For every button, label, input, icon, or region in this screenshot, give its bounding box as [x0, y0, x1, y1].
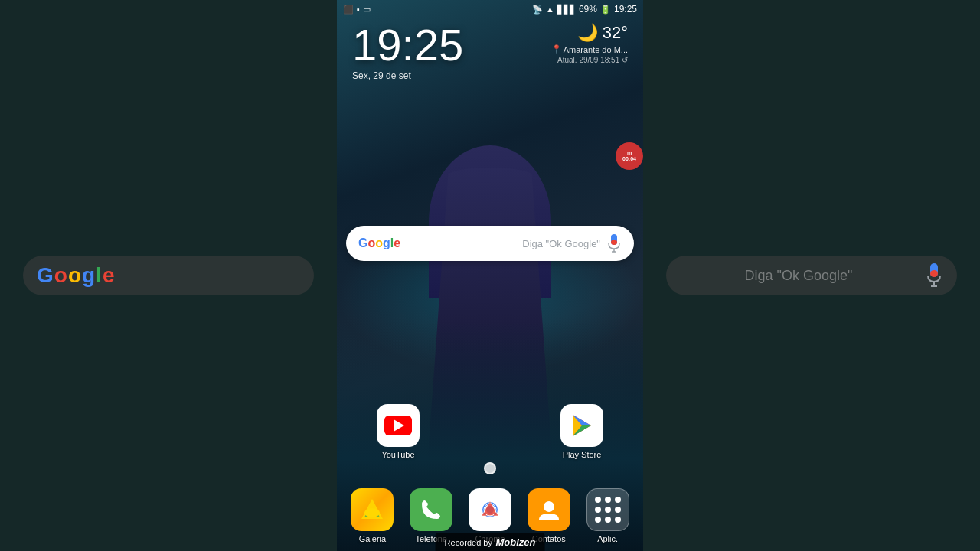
signal-icon: ▋▋▋	[557, 5, 576, 15]
home-dot-icon	[484, 462, 496, 474]
media-icon: ▪	[357, 5, 360, 14]
yt-triangle	[394, 419, 404, 432]
clock-widget: 19:25 Sex, 29 de set 🌙 32° 📍 Amarante do…	[352, 23, 628, 81]
apps-label: Aplic.	[597, 534, 618, 543]
location-pin-icon: 📍	[551, 44, 562, 54]
galeria-svg	[358, 496, 386, 523]
playstore-app[interactable]: Play Store	[560, 404, 603, 459]
bg-google-logo: Google	[37, 263, 115, 288]
google-logo: Google	[358, 236, 400, 250]
apps-dot-9	[615, 517, 621, 523]
clock-left: 19:25 Sex, 29 de set	[352, 23, 463, 81]
main-app-row: YouTube Play Store	[337, 404, 643, 459]
apps-dot-8	[605, 517, 611, 523]
status-bar-left: ⬛ ▪ ▭	[343, 5, 371, 15]
ok-google-text: Diga "Ok Google"	[408, 238, 600, 249]
background-right: Diga "Ok Google"	[643, 0, 980, 551]
clock-date: Sex, 29 de set	[352, 70, 463, 81]
apps-dot-1	[595, 497, 601, 503]
recorded-by-banner: Recorded by Mobizen	[436, 533, 545, 551]
bg-google-bar: Google	[23, 256, 314, 295]
status-bar: ⬛ ▪ ▭ 📡 ▲ ▋▋▋ 69% 🔋 19:25	[337, 0, 643, 18]
apps-dot-7	[595, 517, 601, 523]
weather-moon-icon: 🌙	[577, 23, 598, 43]
clock-time: 19:25	[352, 23, 463, 67]
apps-grid	[589, 491, 627, 529]
chrome-icon	[469, 488, 511, 531]
playstore-label: Play Store	[563, 450, 602, 459]
bg-mic-icon	[925, 263, 943, 288]
galeria-icon	[351, 488, 394, 531]
chrome-svg	[475, 495, 505, 524]
screen-record-icon: ⬛	[343, 5, 354, 15]
bg-ok-google-text: Diga "Ok Google"	[680, 268, 917, 284]
apps-dot-3	[615, 497, 621, 503]
cast-icon: 📡	[532, 5, 543, 15]
yt-play-button	[384, 416, 412, 435]
apps-icon	[586, 488, 629, 531]
svg-rect-1	[930, 270, 938, 277]
background-left: Google	[0, 0, 337, 551]
svg-point-19	[544, 501, 554, 512]
mic-icon	[607, 234, 621, 253]
apps-dot-6	[615, 507, 621, 513]
telefone-icon	[410, 488, 452, 531]
galeria-app[interactable]: Galeria	[351, 488, 394, 543]
home-button[interactable]	[484, 462, 496, 474]
weather-widget: 🌙 32° 📍 Amarante do M... Atual. 29/09 18…	[551, 23, 628, 64]
galeria-label: Galeria	[359, 534, 386, 543]
weather-top: 🌙 32°	[577, 23, 628, 43]
contatos-icon	[528, 488, 570, 531]
apps-dot-2	[605, 497, 611, 503]
contatos-svg	[536, 497, 562, 523]
apps-dot-5	[605, 507, 611, 513]
status-time: 19:25	[614, 4, 637, 15]
weather-updated: Atual. 29/09 18:51 ↺	[557, 56, 628, 64]
recording-time: m00:04	[622, 150, 636, 163]
weather-location: 📍 Amarante do M...	[551, 44, 628, 54]
mobizen-logo: Mobizen	[495, 536, 535, 548]
apps-dot-4	[595, 507, 601, 513]
google-search-bar[interactable]: Google Diga "Ok Google"	[346, 226, 634, 261]
svg-point-14	[364, 508, 380, 517]
spacer	[469, 404, 511, 459]
telefone-svg	[419, 497, 443, 522]
cast-icon-left: ▭	[363, 5, 371, 15]
apps-app[interactable]: Aplic.	[586, 488, 629, 543]
youtube-label: YouTube	[381, 450, 414, 459]
youtube-app[interactable]: YouTube	[377, 404, 420, 459]
playstore-svg	[568, 412, 596, 439]
wifi-icon: ▲	[546, 5, 554, 14]
playstore-icon	[560, 404, 603, 447]
youtube-icon	[377, 404, 420, 447]
bg-google-bar-right: Diga "Ok Google"	[666, 256, 957, 295]
mic-button[interactable]	[606, 236, 622, 251]
recording-badge: m00:04	[616, 142, 643, 170]
battery-icon: 🔋	[600, 5, 611, 15]
battery-text: 69%	[579, 4, 597, 15]
phone-screen: ⬛ ▪ ▭ 📡 ▲ ▋▋▋ 69% 🔋 19:25 19:25 Sex, 29 …	[337, 0, 643, 551]
svg-rect-5	[611, 240, 617, 245]
weather-temp: 32°	[603, 23, 628, 43]
status-bar-right: 📡 ▲ ▋▋▋ 69% 🔋 19:25	[532, 4, 637, 15]
recorded-text: Recorded by	[445, 538, 492, 547]
